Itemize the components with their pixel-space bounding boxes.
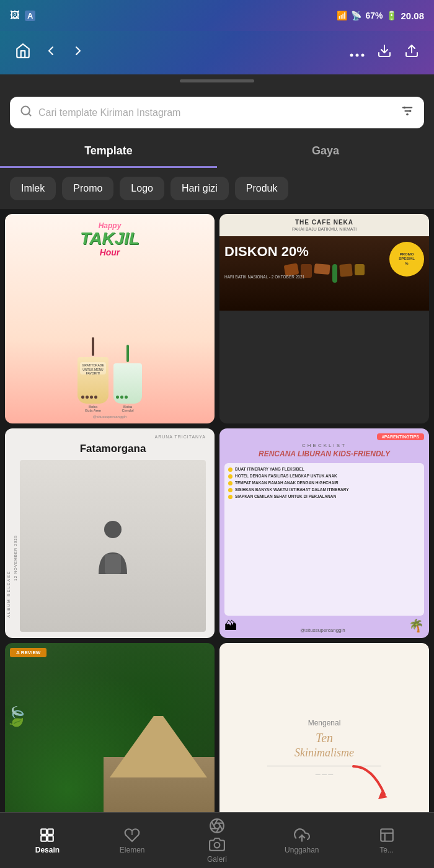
drink-1: GRATIYDKADEUNTUK MENUFAVORIT! BobaGula A… (78, 337, 108, 412)
nav-item-desain[interactable]: Desain (5, 822, 90, 859)
svg-point-21 (215, 842, 220, 848)
liburan-items-list: BUAT ITINERARY YANG FLEKSIBEL HOTEL DENG… (224, 463, 424, 616)
template-card-takjil[interactable]: Happy TAKJIL Hour GRATIYDKADEUNTUK MENUF… (5, 214, 215, 423)
unggahan-label: Unggahan (285, 846, 319, 854)
nav-item-unggahan[interactable]: Unggahan (259, 822, 344, 859)
svg-point-1 (356, 54, 359, 57)
time-display: 20.08 (401, 11, 424, 21)
diskon-promo-badge: PROMOSPESIAL% (389, 242, 424, 277)
navigation-bar (0, 31, 434, 74)
red-arrow-indicator (347, 763, 397, 803)
category-produk[interactable]: Produk (235, 177, 289, 200)
category-promo[interactable]: Promo (62, 177, 113, 200)
liburan-item-3: TEMPAT MAKAN RAMAH ANAK DENGAN HIGHCHAIR (228, 480, 420, 485)
category-harigizi[interactable]: Hari gizi (170, 177, 229, 200)
mengenal-title: Ten Skinimalisme (294, 730, 354, 760)
liburan-item-5: SIAPKAN CEMILAN SEHAT UNTUK DI PERJALANA… (228, 494, 420, 499)
liburan-parentingtips-tag: #PARENTINGTIPS (377, 433, 424, 440)
te-icon (379, 827, 395, 843)
nav-item-te[interactable]: Te... (344, 822, 429, 859)
nav-item-elemen[interactable]: Elemen (90, 822, 175, 859)
takjil-footer: @situssupercanggih (93, 415, 126, 418)
fata-date-rotated: 12 NOVEMBER 2025 (14, 535, 17, 581)
forward-icon[interactable] (71, 43, 86, 62)
review-badge: A REVIEW (10, 648, 46, 657)
battery-percent: 67% (365, 11, 383, 20)
categories-area: Imlek Promo Logo Hari gizi Produk (0, 168, 434, 209)
te-label: Te... (379, 846, 394, 854)
svg-rect-16 (42, 829, 47, 835)
review-house (74, 716, 215, 812)
status-icons-right: 📶 📡 67% 🔋 20.08 (337, 11, 424, 21)
fata-image-area (20, 460, 206, 632)
svg-rect-14 (105, 554, 121, 574)
mengenal-bottom-text: — — — (316, 771, 333, 777)
svg-point-12 (406, 113, 409, 116)
tabs-area: Template Gaya (0, 136, 434, 168)
tab-template[interactable]: Template (0, 136, 217, 168)
svg-point-2 (361, 54, 365, 57)
diskon-shop-name: THE CAFE NEKA (226, 219, 423, 226)
tab-gaya[interactable]: Gaya (217, 136, 434, 168)
template-grid: Happy TAKJIL Hour GRATIYDKADEUNTUK MENUF… (0, 209, 434, 812)
svg-point-0 (350, 54, 353, 57)
diskon-tagline: PAKAI BAJU BATIKMU, NIKMATI (226, 227, 423, 231)
desain-label: Desain (35, 846, 60, 854)
svg-rect-18 (42, 836, 47, 841)
share-icon[interactable] (404, 43, 419, 62)
svg-rect-17 (48, 829, 53, 835)
liburan-checklist-label: CHECKLIST (224, 443, 424, 448)
download-icon[interactable] (377, 43, 392, 62)
category-logo[interactable]: Logo (120, 177, 164, 200)
mengenal-label: Mengenal (308, 719, 341, 727)
photo-icon: 🖼 (10, 10, 20, 21)
template-card-fatamorgana[interactable]: ARUNA TRICITANYA Fatamorgana 12 NOVEMBER… (5, 428, 215, 638)
signal-icon: 📡 (351, 11, 361, 20)
liburan-title: RENCANA LIBURAN KIDS-FRIENDLY (224, 450, 424, 459)
battery-icon: 🔋 (386, 11, 397, 20)
filter-icon[interactable] (401, 104, 414, 121)
diskon-date: HARI BATIK NASIONAL - 2 OKTOBER 2021 (224, 275, 304, 279)
desain-icon (39, 827, 55, 843)
status-icons-left: 🖼 A (10, 10, 35, 21)
diskon-top-section: THE CAFE NEKA PAKAI BAJU BATIKMU, NIKMAT… (219, 214, 429, 236)
more-icon[interactable] (350, 45, 365, 61)
liburan-item-4: SISIHKAN BANYAK WAKTU ISTIRAHAT DALAM IT… (228, 487, 420, 492)
search-bar[interactable]: Cari template Kiriman Instagram (10, 97, 424, 128)
galeri-icon (209, 818, 225, 834)
elemen-label: Elemen (120, 846, 145, 854)
status-bar: 🖼 A 📶 📡 67% 🔋 20.08 (0, 0, 434, 31)
svg-point-10 (404, 107, 406, 109)
galeri-camera-icon (209, 836, 225, 852)
home-icon[interactable] (15, 43, 31, 63)
fata-album-title: Fatamorgana (20, 443, 206, 455)
liburan-decorations: 🏔 @situssupercanggih 🌴 (224, 618, 424, 633)
main-content: Cari template Kiriman Instagram Template… (0, 87, 434, 812)
fata-release-rotated: ALBUM RELEASE (7, 570, 11, 618)
drink-2: BobaCendol (113, 345, 142, 412)
template-card-diskon[interactable]: THE CAFE NEKA PAKAI BAJU BATIKMU, NIKMAT… (219, 214, 429, 423)
search-icon (20, 105, 32, 120)
back-icon[interactable] (43, 43, 58, 62)
diskon-title: DISKON 20% (224, 245, 392, 259)
svg-point-11 (409, 110, 412, 112)
takjil-title-main: TAKJIL (80, 230, 140, 247)
fata-author: ARUNA TRICITANYA (20, 435, 206, 439)
takjil-hour-label: Hour (100, 247, 120, 257)
svg-rect-23 (381, 829, 393, 841)
galeri-label: Galeri (207, 855, 227, 864)
svg-rect-19 (48, 836, 53, 841)
svg-point-13 (104, 521, 122, 538)
nav-item-galeri[interactable]: Galeri (175, 813, 260, 869)
review-leaves-2: 🍃 (5, 706, 28, 727)
nav-left-icons (15, 43, 86, 63)
category-imlek[interactable]: Imlek (10, 177, 56, 200)
template-card-mengenal[interactable]: Mengenal Ten Skinimalisme — — — (219, 643, 429, 812)
person-silhouette (91, 518, 135, 574)
template-card-liburan[interactable]: #PARENTINGTIPS CHECKLIST RENCANA LIBURAN… (219, 428, 429, 638)
search-placeholder[interactable]: Cari template Kiriman Instagram (38, 107, 394, 118)
template-card-review[interactable]: A REVIEW 🌿 🍃 (5, 643, 215, 812)
notch-area (0, 74, 434, 87)
nav-right-icons (350, 43, 419, 62)
elemen-icon (124, 827, 140, 843)
